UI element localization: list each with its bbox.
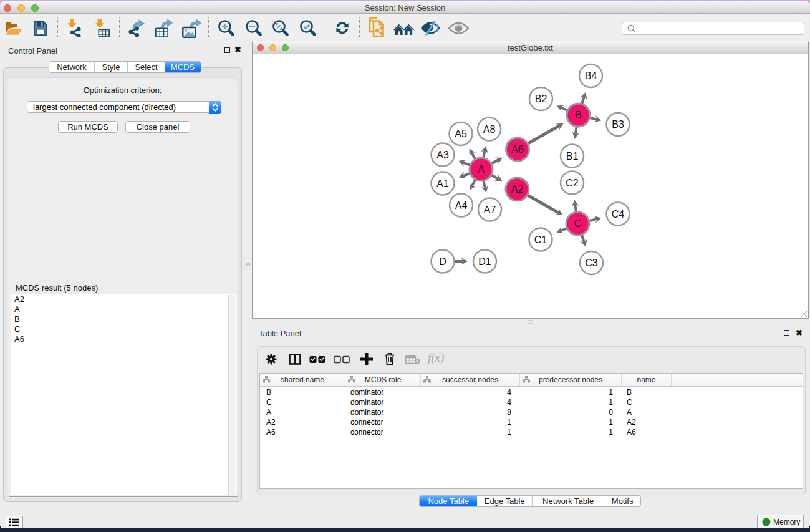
svg-text:A5: A5: [455, 128, 467, 139]
svg-text:A3: A3: [436, 150, 449, 160]
svg-text:A6: A6: [511, 144, 524, 155]
svg-text:B2: B2: [535, 94, 547, 104]
svg-text:A8: A8: [483, 124, 496, 135]
svg-text:A1: A1: [436, 178, 449, 189]
svg-text:C3: C3: [585, 258, 598, 268]
svg-text:A: A: [478, 164, 485, 175]
svg-text:D: D: [439, 256, 446, 267]
svg-text:B3: B3: [612, 119, 624, 130]
svg-text:A2: A2: [511, 184, 524, 195]
svg-text:B: B: [575, 110, 582, 120]
svg-text:A4: A4: [455, 200, 468, 211]
svg-text:C: C: [574, 218, 582, 229]
svg-text:C1: C1: [534, 235, 547, 245]
svg-text:B4: B4: [585, 70, 597, 81]
svg-text:C2: C2: [566, 178, 579, 188]
svg-text:D1: D1: [478, 256, 491, 267]
svg-text:B1: B1: [566, 151, 579, 162]
svg-text:A7: A7: [484, 205, 496, 215]
svg-text:C4: C4: [612, 209, 625, 220]
